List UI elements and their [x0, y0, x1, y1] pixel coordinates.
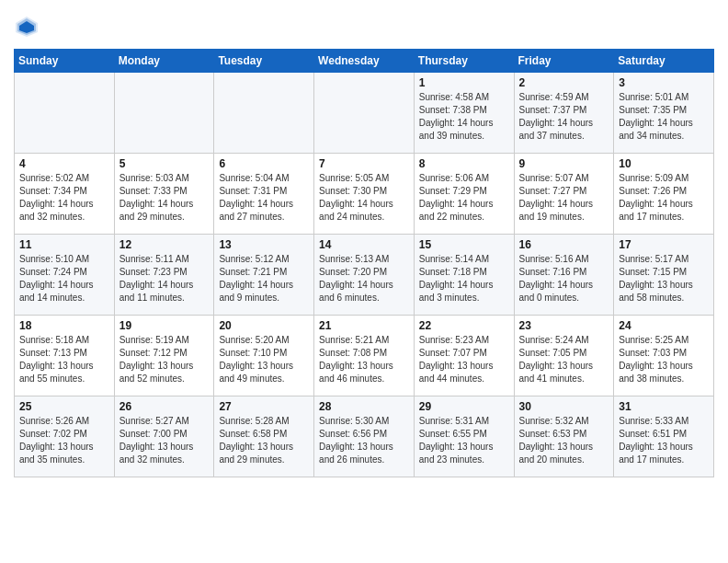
- day-number: 11: [19, 238, 109, 251]
- calendar-cell: 1Sunrise: 4:58 AM Sunset: 7:38 PM Daylig…: [414, 73, 514, 154]
- week-row-2: 4Sunrise: 5:02 AM Sunset: 7:34 PM Daylig…: [15, 154, 714, 235]
- calendar-cell: 31Sunrise: 5:33 AM Sunset: 6:51 PM Dayli…: [614, 396, 714, 477]
- calendar-table: SundayMondayTuesdayWednesdayThursdayFrid…: [14, 49, 714, 477]
- calendar-cell: 23Sunrise: 5:24 AM Sunset: 7:05 PM Dayli…: [514, 316, 614, 396]
- calendar-cell: 22Sunrise: 5:23 AM Sunset: 7:07 PM Dayli…: [414, 316, 514, 396]
- day-info: Sunrise: 5:19 AM Sunset: 7:12 PM Dayligh…: [119, 334, 210, 385]
- calendar-cell: 11Sunrise: 5:10 AM Sunset: 7:24 PM Dayli…: [15, 235, 115, 316]
- calendar-cell: 12Sunrise: 5:11 AM Sunset: 7:23 PM Dayli…: [114, 235, 214, 316]
- day-number: 28: [319, 400, 409, 413]
- day-info: Sunrise: 4:59 AM Sunset: 7:37 PM Dayligh…: [519, 91, 609, 143]
- calendar-cell: 29Sunrise: 5:31 AM Sunset: 6:55 PM Dayli…: [414, 396, 514, 477]
- day-info: Sunrise: 5:24 AM Sunset: 7:05 PM Dayligh…: [519, 334, 609, 385]
- day-info: Sunrise: 5:20 AM Sunset: 7:10 PM Dayligh…: [219, 334, 309, 385]
- calendar-cell: 21Sunrise: 5:21 AM Sunset: 7:08 PM Dayli…: [314, 316, 415, 396]
- calendar-cell: [15, 73, 115, 154]
- day-info: Sunrise: 5:28 AM Sunset: 6:58 PM Dayligh…: [219, 415, 309, 466]
- day-number: 9: [519, 157, 609, 170]
- day-number: 2: [519, 76, 609, 89]
- calendar-cell: [214, 73, 314, 154]
- day-number: 17: [619, 238, 709, 251]
- calendar-cell: 5Sunrise: 5:03 AM Sunset: 7:33 PM Daylig…: [114, 154, 214, 235]
- week-row-4: 18Sunrise: 5:18 AM Sunset: 7:13 PM Dayli…: [15, 316, 714, 396]
- week-row-1: 1Sunrise: 4:58 AM Sunset: 7:38 PM Daylig…: [15, 73, 714, 154]
- day-info: Sunrise: 5:13 AM Sunset: 7:20 PM Dayligh…: [319, 253, 409, 304]
- calendar-cell: 10Sunrise: 5:09 AM Sunset: 7:26 PM Dayli…: [614, 154, 714, 235]
- day-info: Sunrise: 5:16 AM Sunset: 7:16 PM Dayligh…: [519, 253, 609, 304]
- day-number: 19: [119, 319, 210, 332]
- weekday-header-sunday: Sunday: [15, 50, 115, 73]
- calendar-cell: 4Sunrise: 5:02 AM Sunset: 7:34 PM Daylig…: [15, 154, 115, 235]
- day-info: Sunrise: 5:31 AM Sunset: 6:55 PM Dayligh…: [419, 415, 509, 466]
- weekday-header-thursday: Thursday: [414, 50, 514, 73]
- day-info: Sunrise: 5:10 AM Sunset: 7:24 PM Dayligh…: [19, 253, 109, 304]
- calendar-cell: 9Sunrise: 5:07 AM Sunset: 7:27 PM Daylig…: [514, 154, 614, 235]
- day-info: Sunrise: 5:06 AM Sunset: 7:29 PM Dayligh…: [419, 172, 509, 224]
- calendar-cell: 8Sunrise: 5:06 AM Sunset: 7:29 PM Daylig…: [414, 154, 514, 235]
- day-number: 20: [219, 319, 309, 332]
- calendar-cell: 28Sunrise: 5:30 AM Sunset: 6:56 PM Dayli…: [314, 396, 415, 477]
- calendar-cell: 7Sunrise: 5:05 AM Sunset: 7:30 PM Daylig…: [314, 154, 415, 235]
- day-number: 14: [319, 238, 409, 251]
- day-number: 13: [219, 238, 309, 251]
- weekday-header-row: SundayMondayTuesdayWednesdayThursdayFrid…: [15, 50, 714, 73]
- day-info: Sunrise: 5:02 AM Sunset: 7:34 PM Dayligh…: [19, 172, 109, 224]
- calendar-cell: 2Sunrise: 4:59 AM Sunset: 7:37 PM Daylig…: [514, 73, 614, 154]
- day-info: Sunrise: 5:01 AM Sunset: 7:35 PM Dayligh…: [619, 91, 709, 143]
- logo: [14, 14, 43, 40]
- day-info: Sunrise: 5:23 AM Sunset: 7:07 PM Dayligh…: [419, 334, 509, 385]
- day-info: Sunrise: 5:27 AM Sunset: 7:00 PM Dayligh…: [119, 415, 210, 466]
- day-number: 1: [419, 76, 509, 89]
- day-number: 24: [619, 319, 709, 332]
- day-info: Sunrise: 5:32 AM Sunset: 6:53 PM Dayligh…: [519, 415, 609, 466]
- calendar-cell: 19Sunrise: 5:19 AM Sunset: 7:12 PM Dayli…: [114, 316, 214, 396]
- day-info: Sunrise: 5:30 AM Sunset: 6:56 PM Dayligh…: [319, 415, 409, 466]
- day-info: Sunrise: 5:07 AM Sunset: 7:27 PM Dayligh…: [519, 172, 609, 224]
- day-info: Sunrise: 5:03 AM Sunset: 7:33 PM Dayligh…: [119, 172, 210, 224]
- week-row-5: 25Sunrise: 5:26 AM Sunset: 7:02 PM Dayli…: [15, 396, 714, 477]
- day-info: Sunrise: 5:11 AM Sunset: 7:23 PM Dayligh…: [119, 253, 210, 304]
- day-info: Sunrise: 5:18 AM Sunset: 7:13 PM Dayligh…: [19, 334, 109, 385]
- day-info: Sunrise: 5:14 AM Sunset: 7:18 PM Dayligh…: [419, 253, 509, 304]
- day-number: 10: [619, 157, 709, 170]
- day-number: 18: [19, 319, 109, 332]
- day-number: 15: [419, 238, 509, 251]
- calendar-cell: 14Sunrise: 5:13 AM Sunset: 7:20 PM Dayli…: [314, 235, 415, 316]
- day-info: Sunrise: 5:12 AM Sunset: 7:21 PM Dayligh…: [219, 253, 309, 304]
- day-number: 25: [19, 400, 109, 413]
- day-number: 4: [19, 157, 109, 170]
- day-info: Sunrise: 5:05 AM Sunset: 7:30 PM Dayligh…: [319, 172, 409, 224]
- calendar-cell: 30Sunrise: 5:32 AM Sunset: 6:53 PM Dayli…: [514, 396, 614, 477]
- day-info: Sunrise: 5:33 AM Sunset: 6:51 PM Dayligh…: [619, 415, 709, 466]
- day-number: 3: [619, 76, 709, 89]
- day-number: 23: [519, 319, 609, 332]
- weekday-header-monday: Monday: [114, 50, 214, 73]
- day-info: Sunrise: 5:17 AM Sunset: 7:15 PM Dayligh…: [619, 253, 709, 304]
- week-row-3: 11Sunrise: 5:10 AM Sunset: 7:24 PM Dayli…: [15, 235, 714, 316]
- day-number: 31: [619, 400, 709, 413]
- calendar-cell: 20Sunrise: 5:20 AM Sunset: 7:10 PM Dayli…: [214, 316, 314, 396]
- calendar-cell: [114, 73, 214, 154]
- day-number: 22: [419, 319, 509, 332]
- calendar-cell: 3Sunrise: 5:01 AM Sunset: 7:35 PM Daylig…: [614, 73, 714, 154]
- day-number: 7: [319, 157, 409, 170]
- day-info: Sunrise: 5:21 AM Sunset: 7:08 PM Dayligh…: [319, 334, 409, 385]
- calendar-cell: 27Sunrise: 5:28 AM Sunset: 6:58 PM Dayli…: [214, 396, 314, 477]
- calendar-cell: [314, 73, 415, 154]
- weekday-header-friday: Friday: [514, 50, 614, 73]
- day-number: 16: [519, 238, 609, 251]
- calendar-cell: 13Sunrise: 5:12 AM Sunset: 7:21 PM Dayli…: [214, 235, 314, 316]
- weekday-header-tuesday: Tuesday: [214, 50, 314, 73]
- calendar-cell: 26Sunrise: 5:27 AM Sunset: 7:00 PM Dayli…: [114, 396, 214, 477]
- day-number: 5: [119, 157, 210, 170]
- day-info: Sunrise: 5:25 AM Sunset: 7:03 PM Dayligh…: [619, 334, 709, 385]
- day-info: Sunrise: 5:09 AM Sunset: 7:26 PM Dayligh…: [619, 172, 709, 224]
- weekday-header-wednesday: Wednesday: [314, 50, 415, 73]
- day-number: 8: [419, 157, 509, 170]
- page-header: [14, 14, 714, 40]
- day-number: 30: [519, 400, 609, 413]
- day-info: Sunrise: 4:58 AM Sunset: 7:38 PM Dayligh…: [419, 91, 509, 143]
- day-number: 12: [119, 238, 210, 251]
- day-info: Sunrise: 5:26 AM Sunset: 7:02 PM Dayligh…: [19, 415, 109, 466]
- day-number: 26: [119, 400, 210, 413]
